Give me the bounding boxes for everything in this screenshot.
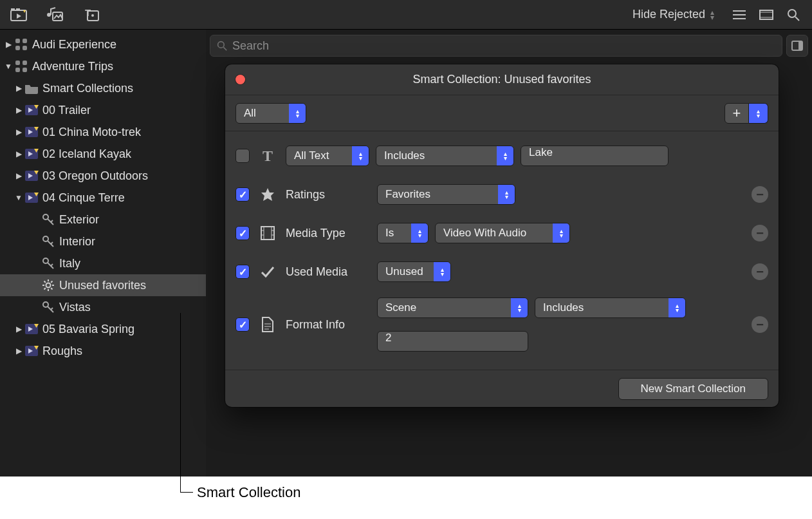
rule-value-select[interactable]: Includes bbox=[535, 297, 686, 318]
sidebar-item-label: Interior bbox=[59, 235, 95, 249]
svg-rect-25 bbox=[23, 68, 27, 72]
key-icon bbox=[40, 301, 57, 314]
rule-field-select[interactable]: All Text bbox=[286, 146, 369, 166]
rule-operator-select[interactable]: Favorites bbox=[377, 184, 515, 205]
rule-type-icon: T bbox=[259, 147, 277, 165]
match-mode-select[interactable]: All bbox=[235, 103, 306, 124]
rule-enable-checkbox[interactable] bbox=[235, 226, 250, 240]
remove-rule-button[interactable] bbox=[752, 186, 768, 203]
sidebar-item[interactable]: 01 China Moto-trek bbox=[0, 121, 206, 143]
disclosure-triangle-icon[interactable] bbox=[14, 149, 23, 158]
event-icon bbox=[23, 148, 40, 160]
disclosure-triangle-icon[interactable] bbox=[14, 325, 23, 334]
svg-rect-20 bbox=[15, 46, 20, 50]
sidebar-item[interactable]: Adventure Trips bbox=[0, 55, 206, 77]
svg-rect-24 bbox=[15, 68, 20, 72]
sidebar-item[interactable]: Vistas bbox=[0, 296, 206, 318]
footer-button-label: New Smart Collection bbox=[641, 382, 746, 395]
music-photos-icon[interactable] bbox=[44, 4, 66, 26]
disclosure-triangle-icon[interactable] bbox=[14, 106, 23, 115]
disclosure-triangle-icon[interactable] bbox=[14, 127, 23, 137]
sidebar-item[interactable]: Smart Collections bbox=[0, 77, 206, 99]
criteria-list: TAll TextIncludesLakeRatingsFavoritesMed… bbox=[225, 131, 779, 370]
rule-operator-select[interactable]: Is bbox=[377, 223, 429, 243]
svg-marker-4 bbox=[23, 10, 26, 13]
sidebar-item[interactable]: Italy bbox=[0, 252, 206, 274]
rule-label: Ratings bbox=[286, 188, 368, 202]
svg-rect-1 bbox=[11, 8, 15, 11]
sidebar-item[interactable]: 02 Iceland Kayak bbox=[0, 143, 206, 165]
rule-operator-select[interactable]: Unused bbox=[377, 261, 451, 282]
svg-line-58 bbox=[51, 281, 52, 283]
close-button[interactable] bbox=[235, 75, 245, 84]
remove-rule-button[interactable] bbox=[752, 316, 768, 333]
rule-enable-checkbox[interactable] bbox=[235, 187, 250, 202]
svg-line-43 bbox=[51, 220, 53, 222]
titles-generators-icon[interactable]: T bbox=[80, 4, 102, 26]
rule-label: Used Media bbox=[286, 265, 368, 279]
sidebar-item[interactable]: 05 Bavaria Spring bbox=[0, 318, 206, 340]
key-icon bbox=[40, 257, 57, 270]
svg-point-50 bbox=[46, 283, 51, 288]
rule-enable-checkbox[interactable] bbox=[235, 149, 250, 163]
svg-line-46 bbox=[51, 242, 53, 244]
sidebar-item[interactable]: 03 Oregon Outdoors bbox=[0, 165, 206, 187]
new-smart-collection-button[interactable]: New Smart Collection bbox=[618, 378, 768, 400]
svg-point-41 bbox=[43, 214, 48, 220]
toggle-filter-hud-button[interactable] bbox=[786, 35, 808, 57]
sidebar-item-label: 01 China Moto-trek bbox=[42, 126, 141, 139]
disclosure-triangle-icon[interactable] bbox=[14, 171, 23, 180]
criteria-row: RatingsFavorites bbox=[235, 175, 768, 214]
disclosure-triangle-icon[interactable] bbox=[4, 40, 13, 49]
sidebar-item-label: Unused favorites bbox=[59, 279, 146, 292]
svg-line-57 bbox=[44, 288, 46, 289]
rule-value-input[interactable]: 2 bbox=[377, 331, 528, 352]
list-view-icon[interactable] bbox=[728, 4, 750, 26]
filmstrip-view-icon[interactable] bbox=[755, 4, 777, 26]
svg-point-47 bbox=[43, 258, 48, 263]
svg-point-68 bbox=[218, 42, 225, 48]
rule-value-input[interactable]: Lake bbox=[521, 146, 669, 166]
sidebar-item[interactable]: Roughs bbox=[0, 340, 206, 362]
rule-operator-select[interactable]: Includes bbox=[376, 146, 514, 166]
select-caret-icon bbox=[498, 185, 515, 204]
select-caret-icon bbox=[497, 146, 513, 165]
toolbar: T Hide Rejected bbox=[0, 0, 812, 30]
match-mode-value: All bbox=[236, 107, 289, 120]
rule-enable-checkbox[interactable] bbox=[235, 265, 250, 279]
sidebar-item[interactable]: 00 Trailer bbox=[0, 99, 206, 121]
search-icon[interactable] bbox=[782, 4, 804, 26]
sidebar-item-label: 03 Oregon Outdoors bbox=[42, 169, 148, 183]
rule-operator-select[interactable]: Scene bbox=[377, 297, 528, 318]
svg-rect-18 bbox=[15, 39, 20, 43]
grid-icon bbox=[13, 38, 30, 51]
search-input[interactable]: Search bbox=[210, 35, 782, 57]
svg-marker-72 bbox=[261, 188, 274, 201]
panel-titlebar[interactable]: Smart Collection: Unused favorites bbox=[225, 64, 779, 95]
sidebar-item[interactable]: Exterior bbox=[0, 209, 206, 231]
sidebar-item[interactable]: Audi Experience bbox=[0, 33, 206, 55]
svg-line-61 bbox=[51, 308, 53, 310]
svg-point-16 bbox=[788, 10, 796, 17]
criteria-row: Used MediaUnused bbox=[235, 252, 768, 291]
event-icon bbox=[23, 192, 40, 203]
rule-enable-checkbox[interactable] bbox=[235, 317, 250, 332]
gear-icon bbox=[40, 279, 57, 292]
remove-rule-button[interactable] bbox=[752, 263, 768, 280]
sidebar-item-label: Vistas bbox=[59, 301, 91, 314]
sidebar-item[interactable]: Unused favorites bbox=[0, 274, 206, 296]
disclosure-triangle-icon[interactable] bbox=[4, 62, 13, 71]
sidebar-item[interactable]: 04 Cinque Terre bbox=[0, 187, 206, 209]
rule-value-select[interactable]: Video With Audio bbox=[435, 223, 570, 243]
clip-filter-dropdown[interactable]: Hide Rejected bbox=[632, 8, 714, 21]
rule-type-icon bbox=[259, 187, 277, 202]
add-rule-menu-button[interactable] bbox=[749, 103, 768, 124]
sidebar-item[interactable]: Interior bbox=[0, 231, 206, 252]
add-rule-button[interactable]: + bbox=[724, 103, 749, 124]
disclosure-triangle-icon[interactable] bbox=[14, 346, 23, 355]
remove-rule-button[interactable] bbox=[752, 225, 768, 241]
svg-line-69 bbox=[223, 47, 226, 50]
import-media-icon[interactable] bbox=[8, 4, 30, 26]
disclosure-triangle-icon[interactable] bbox=[14, 84, 23, 93]
disclosure-triangle-icon[interactable] bbox=[14, 193, 23, 202]
